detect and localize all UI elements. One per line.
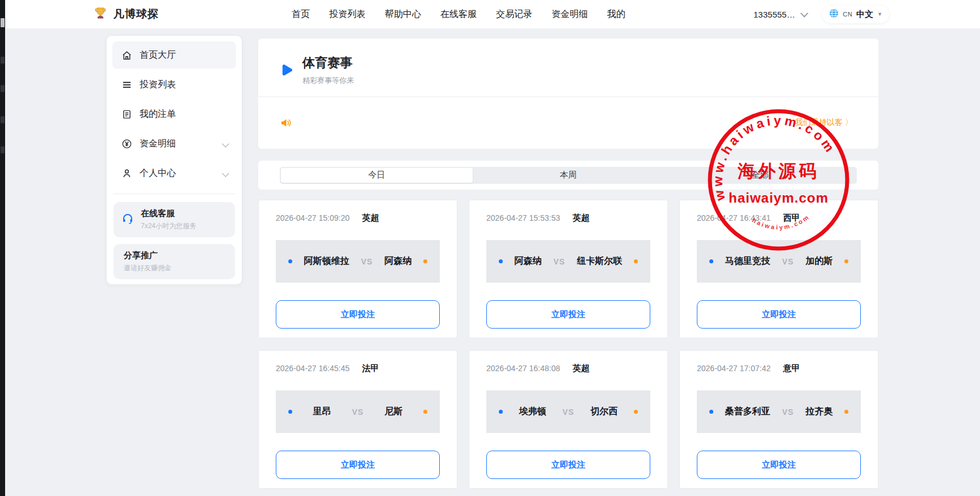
match-card: 2026-04-27 16:43:41 西甲 马德里竞技 VS 加的斯 立即投注 (679, 200, 878, 338)
nav-item[interactable]: 资金明细 (552, 9, 588, 20)
match-datetime: 2026-04-27 16:45:45 (276, 364, 350, 373)
bet-now-button[interactable]: 立即投注 (697, 451, 861, 479)
share-subtitle: 邀请好友赚佣金 (124, 263, 171, 273)
list-icon (121, 79, 132, 90)
home-dot-icon (709, 259, 713, 263)
nav-item[interactable]: 投资列表 (329, 9, 365, 20)
arrow-right-icon: 〉 (845, 117, 853, 127)
bet-now-button[interactable]: 立即投注 (276, 451, 440, 479)
home-icon (121, 50, 132, 61)
sidebar-item-my-bets[interactable]: 我的注单 (112, 100, 236, 128)
vs-label: VS (361, 257, 373, 266)
edge-strip-glyph (1, 18, 5, 27)
team-row: 马德里竞技 VS 加的斯 (697, 240, 861, 283)
sidebar-item-label: 投资列表 (140, 79, 176, 91)
away-dot-icon (423, 259, 427, 263)
sidebar-item-funds[interactable]: 资金明细 (112, 130, 236, 157)
caret-down-icon: ▼ (877, 11, 882, 17)
sidebar-item-home[interactable]: 首页大厅 (112, 41, 236, 69)
sidebar-item-profile[interactable]: 个人中心 (112, 159, 236, 187)
tab[interactable]: 全部 (664, 168, 856, 183)
match-head: 2026-04-27 16:48:08 英超 (486, 363, 590, 374)
customer-service-card[interactable]: 在线客服 7x24小时为您服务 (113, 202, 235, 237)
home-team: 里昂 (313, 406, 331, 418)
home-team: 埃弗顿 (519, 406, 546, 418)
nav-item[interactable]: 帮助中心 (385, 9, 421, 20)
document-icon (121, 109, 132, 120)
vs-label: VS (782, 257, 794, 266)
main-nav: 首页 投资列表 帮助中心 在线客服 交易记录 资金明细 我的 (292, 9, 625, 20)
edge-strip (0, 0, 5, 496)
language-code: CN (843, 11, 852, 18)
away-dot-icon (844, 259, 848, 263)
sidebar-divider (113, 194, 235, 194)
team-row: 阿森纳 VS 纽卡斯尔联 (486, 240, 650, 283)
announcement-bar: 我们秉持以客 〉 (281, 112, 853, 135)
away-dot-icon (634, 259, 638, 263)
match-datetime: 2026-04-27 16:48:08 (486, 364, 560, 373)
bet-now-button[interactable]: 立即投注 (697, 300, 861, 329)
top-header: 凡博球探 首页 投资列表 帮助中心 在线客服 交易记录 资金明细 我的 1335… (5, 0, 980, 28)
team-row: 里昂 VS 尼斯 (276, 390, 440, 433)
bet-now-button[interactable]: 立即投注 (486, 451, 650, 479)
announcement-link[interactable]: 我们秉持以客 〉 (795, 117, 853, 128)
vs-label: VS (562, 407, 574, 417)
edge-strip-glyph (1, 85, 5, 92)
match-card: 2026-04-27 16:48:08 英超 埃弗顿 VS 切尔西 立即投注 (469, 350, 668, 489)
team-row: 阿斯顿维拉 VS 阿森纳 (276, 240, 440, 283)
account-dropdown[interactable]: 1335555… (754, 10, 806, 19)
edge-strip-glyph (1, 146, 5, 153)
match-card: 2026-04-27 16:45:45 法甲 里昂 VS 尼斯 立即投注 (258, 350, 457, 489)
edge-strip-glyph (1, 57, 5, 64)
away-team: 阿森纳 (384, 255, 411, 267)
nav-item[interactable]: 我的 (607, 9, 625, 20)
nav-item[interactable]: 在线客服 (440, 9, 477, 20)
match-head: 2026-04-27 15:53:53 英超 (486, 213, 590, 224)
match-datetime: 2026-04-27 15:09:20 (276, 213, 350, 222)
nav-item[interactable]: 首页 (292, 9, 310, 20)
share-promo-card[interactable]: 分享推广 邀请好友赚佣金 (113, 244, 235, 279)
tab[interactable]: 本周 (473, 168, 664, 183)
match-league: 英超 (573, 363, 590, 374)
home-dot-icon (709, 410, 713, 414)
match-head: 2026-04-27 16:45:45 法甲 (276, 363, 379, 374)
yen-circle-icon (121, 138, 132, 149)
page-subtitle: 精彩赛事等你来 (302, 75, 354, 86)
match-league: 英超 (573, 213, 590, 224)
announcement-text: 我们秉持以客 (795, 117, 843, 127)
vs-label: VS (352, 407, 364, 417)
brand-logo[interactable]: 凡博球探 (94, 6, 159, 22)
away-dot-icon (844, 410, 848, 414)
service-title: 在线客服 (141, 208, 196, 219)
home-dot-icon (288, 259, 292, 263)
bet-now-button[interactable]: 立即投注 (276, 300, 440, 329)
hero-banner: 体育赛事 精彩赛事等你来 我们秉持以客 〉 (258, 39, 878, 149)
tab[interactable]: 今日 (281, 168, 473, 183)
sidebar-item-label: 首页大厅 (140, 49, 176, 61)
language-label: 中文 (856, 9, 873, 20)
match-card: 2026-04-27 15:53:53 英超 阿森纳 VS 纽卡斯尔联 立即投注 (469, 200, 668, 338)
headset-icon (121, 212, 134, 227)
vs-label: VS (553, 257, 565, 266)
app-screen: 凡博球探 首页 投资列表 帮助中心 在线客服 交易记录 资金明细 我的 1335… (0, 0, 980, 496)
match-league: 英超 (362, 213, 379, 224)
match-league: 法甲 (362, 363, 379, 374)
match-card: 2026-04-27 17:07:42 意甲 桑普多利亚 VS 拉齐奥 立即投注 (679, 350, 878, 489)
page-title: 体育赛事 (302, 54, 354, 72)
sidebar-item-label: 我的注单 (140, 108, 176, 120)
nav-item[interactable]: 交易记录 (496, 9, 532, 20)
away-team: 纽卡斯尔联 (577, 255, 622, 267)
home-dot-icon (499, 259, 503, 263)
away-dot-icon (634, 410, 638, 414)
date-filter: 今日 本周 全部 (258, 161, 878, 190)
match-head: 2026-04-27 17:07:42 意甲 (697, 363, 800, 374)
home-team: 阿森纳 (515, 255, 542, 267)
home-dot-icon (499, 410, 503, 414)
bet-now-button[interactable]: 立即投注 (486, 300, 650, 329)
sidebar-item-invest-list[interactable]: 投资列表 (112, 71, 236, 98)
match-league: 西甲 (783, 213, 800, 224)
language-selector[interactable]: CN 中文 ▼ (822, 6, 889, 23)
away-team: 切尔西 (590, 406, 617, 418)
chevron-down-icon (801, 10, 809, 18)
match-league: 意甲 (783, 363, 800, 374)
